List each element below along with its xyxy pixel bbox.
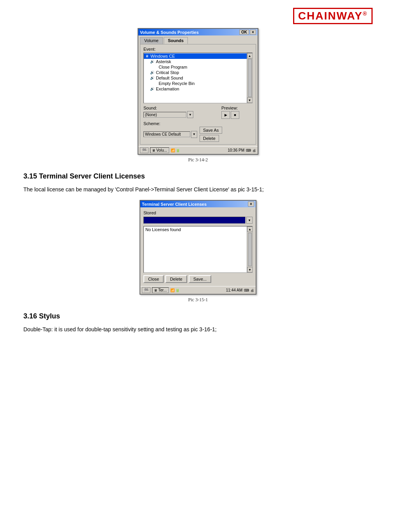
ts-close-button[interactable]: × <box>248 201 254 207</box>
taskbar-ter[interactable]: 🖥 Ter... <box>152 287 169 293</box>
event-item-critical-stop[interactable]: 🔊 Critical Stop <box>144 70 252 75</box>
ts-listbox-inner: No Licenses found <box>144 226 247 272</box>
taskbar-volu-icon: 🖥 <box>152 148 156 152</box>
event-item-asterisk[interactable]: 🔊 Asterisk <box>144 59 252 64</box>
dialog1-titlebar: Volume & Sounds Properties OK × <box>138 29 258 35</box>
taskbar-ter-label: Ter... <box>158 288 167 292</box>
dialog1-ok-button[interactable]: OK <box>239 30 249 35</box>
ts-combo-input[interactable] <box>143 217 246 224</box>
chainway-logo: CHAINWAY® <box>293 8 373 24</box>
dialog1-content: Event: 🖥 Windows CE 🔊 Asterisk Close Pro… <box>140 44 256 145</box>
scroll-thumb[interactable] <box>248 59 252 97</box>
taskbar-volu-label: Volu... <box>156 148 167 152</box>
taskbar-volu[interactable]: 🖥 Volu... <box>150 147 169 153</box>
event-item-label-default: Default Sound <box>156 76 183 80</box>
event-item-close-program[interactable]: Close Program <box>144 64 252 70</box>
taskbar-time-1: 10:36 PM <box>228 148 244 152</box>
taskbar-signal-icon: 📶 <box>171 148 175 152</box>
sound-dropdown-btn[interactable]: ▼ <box>187 111 193 118</box>
sound-combo: (None) ▼ <box>143 111 221 118</box>
scheme-row: Windows CE Default ▼ Save As Delete <box>143 127 253 142</box>
ts-save-btn[interactable]: Save... <box>189 275 211 283</box>
dialog1-taskbar: 🏁 🖥 Volu... 📶 🔋 10:36 PM ⌨ 🖨 <box>138 146 258 154</box>
taskbar-ter-icon: 🖥 <box>154 288 157 292</box>
scheme-section: Scheme: Windows CE Default ▼ Save As Del… <box>143 121 253 142</box>
ts-scroll-thumb[interactable] <box>248 233 252 266</box>
logo-reg: ® <box>363 11 368 17</box>
section-316: 3.16 Stylus Double-Tap: it is used for d… <box>23 312 373 334</box>
sound-left: Sound: (None) ▼ <box>143 106 221 118</box>
start-button-2[interactable]: 🏁 <box>142 287 150 293</box>
section-315-paragraph: The local license can be managed by 'Con… <box>23 185 373 194</box>
taskbar-time-2: 11:44 AM <box>226 288 242 292</box>
ts-content: Stored ▼ No Licenses found ▲ ▼ Close Del… <box>140 207 256 286</box>
ts-listbox-scroll[interactable]: ▲ ▼ <box>247 226 252 272</box>
event-listbox[interactable]: 🖥 Windows CE 🔊 Asterisk Close Program 🔊 … <box>143 53 253 103</box>
taskbar-battery-icon-2: 🔋 <box>175 288 180 292</box>
sound-label: Sound: <box>143 106 221 110</box>
ts-listbox[interactable]: No Licenses found ▲ ▼ <box>143 226 253 273</box>
section-316-paragraph: Double-Tap: it is used for double-tap se… <box>23 325 373 334</box>
ts-no-licenses-text: No Licenses found <box>145 227 245 232</box>
event-item-label-empty: Empty Recycle Bin <box>159 81 194 86</box>
caption-2: Pic 3-15-1 <box>188 297 208 303</box>
ts-delete-btn[interactable]: Delete <box>165 275 187 283</box>
ts-combo-row: ▼ <box>143 217 253 224</box>
tab-sounds[interactable]: Sounds <box>164 37 188 44</box>
ts-taskbar: 🏁 🖥 Ter... 📶 🔋 11:44 AM ⌨ 🖨 <box>140 286 256 294</box>
taskbar-keyboard-icon: ⌨ <box>246 148 251 152</box>
delete-scheme-button[interactable]: Delete <box>200 135 219 142</box>
start-icon-2: 🏁 <box>144 288 148 292</box>
screenshot-1-container: Volume & Sounds Properties OK × Volume S… <box>23 28 373 163</box>
start-icon-1: 🏁 <box>142 148 147 152</box>
save-as-button[interactable]: Save As <box>200 127 222 134</box>
windows-ce-icon: 🖥 <box>145 54 149 58</box>
logo-area: CHAINWAY® <box>23 8 373 24</box>
event-item-empty-recycle[interactable]: Empty Recycle Bin <box>144 81 252 86</box>
event-item-windows-ce[interactable]: 🖥 Windows CE <box>144 53 252 59</box>
dialog1-close-button[interactable]: × <box>250 30 256 35</box>
section-315-heading: 3.15 Terminal Server Client Licenses <box>23 172 373 180</box>
scroll-down-arrow[interactable]: ▼ <box>247 97 253 103</box>
dialog1-title: Volume & Sounds Properties <box>140 30 199 35</box>
start-button-1[interactable]: 🏁 <box>140 147 148 153</box>
ts-stored-label: Stored <box>143 210 253 215</box>
ts-bottom-buttons: Close Delete Save... <box>143 275 253 283</box>
scheme-value[interactable]: Windows CE Default <box>143 131 190 137</box>
scheme-buttons: Save As Delete <box>200 127 222 142</box>
event-listbox-scrollbar[interactable]: ▲ ▼ <box>247 53 252 103</box>
preview-buttons: ▶ ■ <box>221 111 253 119</box>
event-item-label: Windows CE <box>150 54 175 58</box>
ts-scroll-down[interactable]: ▼ <box>247 267 253 272</box>
event-item-label-close: Close Program <box>159 65 187 69</box>
preview-label: Preview: <box>221 106 253 110</box>
ts-scroll-up[interactable]: ▲ <box>247 226 253 232</box>
ts-close-btn-container: × <box>248 201 254 207</box>
ts-close-dialog-btn[interactable]: Close <box>143 275 164 283</box>
ts-client-licenses-dialog: Terminal Server Client Licenses × Stored… <box>140 200 256 295</box>
taskbar-icons-1: 📶 🔋 <box>171 148 180 152</box>
scheme-dropdown-btn[interactable]: ▼ <box>191 131 197 138</box>
taskbar-print-icon: 🖨 <box>253 148 256 152</box>
ts-title: Terminal Server Client Licenses <box>142 202 207 207</box>
sound-dropdown-value[interactable]: (None) <box>143 112 186 118</box>
ts-combo-btn[interactable]: ▼ <box>246 217 253 224</box>
sound-right: Preview: ▶ ■ <box>221 106 253 119</box>
event-item-default-sound[interactable]: 🔊 Default Sound <box>144 75 252 81</box>
caption-1: Pic 3-14-2 <box>188 157 208 163</box>
stop-button[interactable]: ■ <box>231 111 239 119</box>
speaker-icon-asterisk: 🔊 <box>150 60 154 64</box>
play-button[interactable]: ▶ <box>221 111 230 119</box>
event-item-label-critical: Critical Stop <box>156 70 179 75</box>
scroll-up-arrow[interactable]: ▲ <box>247 53 253 58</box>
event-item-exclamation[interactable]: 🔊 Exclamation <box>144 86 252 92</box>
logo-text: CHAINWAY <box>298 10 363 22</box>
sound-section: Sound: (None) ▼ Preview: ▶ ■ <box>143 106 253 119</box>
speaker-icon-default: 🔊 <box>150 76 154 80</box>
taskbar-keyboard-icon-2: ⌨ <box>244 288 249 292</box>
screenshot-2-container: Terminal Server Client Licenses × Stored… <box>23 200 373 303</box>
taskbar-icons-2: 📶 🔋 <box>170 288 180 292</box>
event-item-label-asterisk: Asterisk <box>156 59 171 64</box>
scheme-combo: Windows CE Default ▼ <box>143 131 197 138</box>
tab-volume[interactable]: Volume <box>140 37 163 44</box>
